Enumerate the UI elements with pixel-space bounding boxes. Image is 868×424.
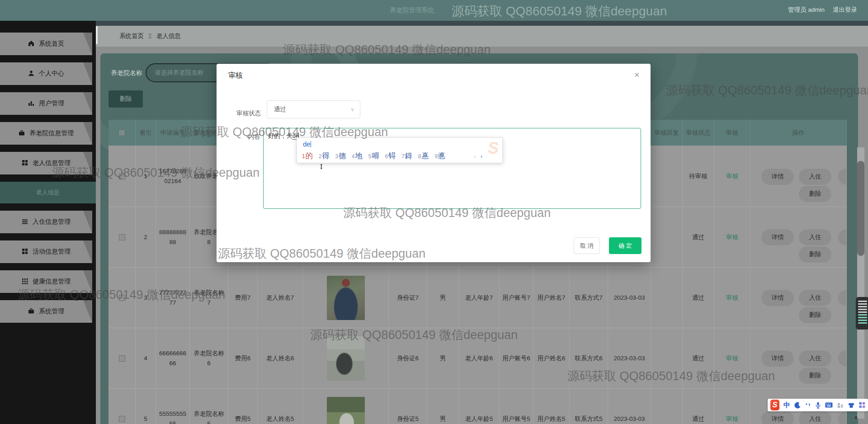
close-icon[interactable]: ✕ <box>634 71 640 79</box>
column-header: 审核 <box>714 120 750 146</box>
row-checkbox[interactable] <box>119 234 125 240</box>
cell-age: 老人年龄7 <box>459 268 500 328</box>
cell-account: 用户账号6 <box>500 328 533 388</box>
detail-button[interactable]: 详情 <box>761 350 794 367</box>
skin-icon[interactable] <box>848 402 855 408</box>
row-checkbox[interactable] <box>119 416 125 422</box>
sidebar-item-label: 健康信息管理 <box>33 278 71 286</box>
floating-side-widget[interactable] <box>856 297 868 330</box>
cell-date: 2023-03-03 <box>608 268 651 328</box>
sidebar-item-2[interactable]: 用户管理 <box>0 92 92 115</box>
audit-status-label: 审核状态 <box>235 109 261 118</box>
ime-candidate-4[interactable]: 4地 <box>352 151 363 161</box>
chinese-mode-icon[interactable]: 中 <box>783 401 790 410</box>
ime-candidate-window: de 1的2得3德4地5嘚6锝7鍀8惪9悳 ‹› S <box>297 137 503 163</box>
tray-expand-icon[interactable]: ▼ <box>854 415 859 420</box>
detail-button[interactable]: 详情 <box>761 289 794 306</box>
keyboard-icon[interactable] <box>825 402 833 408</box>
audit-link[interactable]: 审核 <box>726 293 738 303</box>
column-header: 操作 <box>750 120 847 146</box>
breadcrumb-home[interactable]: 系统首页 <box>119 32 144 40</box>
ime-prev-page-icon[interactable]: ‹ <box>474 153 476 160</box>
cell-fee: 费用6 <box>228 328 258 388</box>
row-delete-button[interactable]: 删除 <box>798 367 832 384</box>
mouse-ibeam-cursor: I <box>320 163 322 171</box>
cell-name: 老人姓名6 <box>258 328 303 388</box>
extra-action-button[interactable] <box>838 410 847 424</box>
checkin-button[interactable]: 入住 <box>798 229 832 246</box>
checkin-button[interactable]: 入住 <box>798 289 832 306</box>
ime-candidate-9[interactable]: 9悳 <box>435 151 446 161</box>
table-row: 55555555555养老院名称5费用5老人姓名5身份证5男老人年龄5用户账号5… <box>108 389 847 424</box>
filter-label: 养老院名称 <box>111 69 142 77</box>
detail-button[interactable]: 详情 <box>761 229 794 246</box>
sidebar-item-0[interactable]: 系统首页 <box>0 33 92 55</box>
cell-index: 4 <box>136 328 156 388</box>
row-checkbox[interactable] <box>119 173 125 179</box>
extra-action-button[interactable] <box>838 350 847 367</box>
toolbox-icon[interactable] <box>859 402 865 408</box>
audit-link[interactable]: 审核 <box>726 171 738 181</box>
audit-status-select[interactable]: 通过 ∨ <box>267 100 360 118</box>
cell-fee: 费用7 <box>228 268 258 328</box>
row-delete-button[interactable]: 删除 <box>798 246 832 263</box>
sidebar-item-9[interactable]: 系统管理 <box>0 300 92 323</box>
cancel-button[interactable]: 取 消 <box>574 237 600 254</box>
punctuation-icon[interactable] <box>805 402 811 408</box>
checkin-button[interactable]: 入住 <box>798 410 832 424</box>
ime-candidate-1[interactable]: 1的 <box>302 151 313 161</box>
row-delete-button[interactable]: 删除 <box>798 306 832 324</box>
sidebar-item-1[interactable]: 个人中心 <box>0 62 92 85</box>
checkin-button[interactable]: 入住 <box>798 168 832 185</box>
ime-candidate-7[interactable]: 7鍀 <box>401 151 412 161</box>
ime-candidate-5[interactable]: 5嘚 <box>368 151 379 161</box>
extra-action-button[interactable] <box>838 168 847 185</box>
ime-candidate-2[interactable]: 2得 <box>319 151 330 161</box>
scrollbar-thumb[interactable] <box>857 161 864 256</box>
detail-button[interactable]: 详情 <box>761 168 794 185</box>
extra-action-button[interactable] <box>838 289 847 306</box>
extra-action-button[interactable] <box>838 229 847 246</box>
sidebar-item-8[interactable]: 健康信息管理 <box>0 270 92 293</box>
cell-index: 5 <box>136 389 156 424</box>
audit-link[interactable]: 审核 <box>726 353 738 363</box>
audit-link[interactable]: 审核 <box>726 232 738 242</box>
checkin-button[interactable]: 入住 <box>798 350 832 367</box>
logout-link[interactable]: 退出登录 <box>833 6 857 14</box>
top-header: 养老院管理系统 管理员 admin 退出登录 <box>0 0 868 21</box>
cell-status: 通过 <box>683 328 714 388</box>
grid-icon <box>22 248 28 256</box>
sidebar-item-3[interactable]: 养老院信息管理 <box>0 122 92 145</box>
sidebar-item-7[interactable]: 活动信息管理 <box>0 240 92 263</box>
microphone-icon[interactable] <box>815 402 821 409</box>
row-checkbox[interactable] <box>119 355 125 362</box>
sogou-logo-icon[interactable]: S <box>770 400 779 410</box>
batch-delete-button[interactable]: 删除 <box>108 90 143 108</box>
cell-ops: 详情入住删除 <box>750 328 847 388</box>
sidebar-item-4[interactable]: 老人信息管理 <box>0 152 92 174</box>
cell-index: 1 <box>136 146 156 207</box>
sidebar-item-label: 系统管理 <box>39 307 64 316</box>
row-checkbox[interactable] <box>119 295 125 301</box>
ime-candidate-8[interactable]: 8惪 <box>418 151 429 161</box>
sidebar-subitem-elder-info-active[interactable]: 老人信息 <box>0 182 96 203</box>
app-title: 养老院管理系统 <box>390 6 434 14</box>
ime-candidate-list: 1的2得3德4地5嘚6锝7鍀8惪9悳 <box>302 151 445 161</box>
cell-name: 老人姓名7 <box>258 268 303 328</box>
sidebar-item-6[interactable]: 入住信息管理 <box>0 211 92 233</box>
cell-photo <box>303 268 389 328</box>
detail-button[interactable]: 详情 <box>761 410 794 424</box>
item-fold-decoration <box>83 152 92 174</box>
audit-link[interactable]: 审核 <box>726 414 738 424</box>
fullwidth-moon-icon[interactable] <box>794 402 801 409</box>
select-all-checkbox[interactable] <box>118 129 125 136</box>
ime-candidate-6[interactable]: 6锝 <box>385 151 396 161</box>
ime-next-page-icon[interactable]: › <box>481 153 482 160</box>
passthrough-icon[interactable] <box>837 402 844 408</box>
row-delete-button[interactable]: 删除 <box>798 185 832 203</box>
ime-candidate-3[interactable]: 3德 <box>335 151 346 161</box>
confirm-button[interactable]: 确 定 <box>609 237 642 254</box>
cell-id_card: 身份证5 <box>389 389 427 424</box>
breadcrumb: 系统首页 Ξ 老人信息 <box>96 26 868 47</box>
column-header: 审核回复 <box>651 120 683 146</box>
